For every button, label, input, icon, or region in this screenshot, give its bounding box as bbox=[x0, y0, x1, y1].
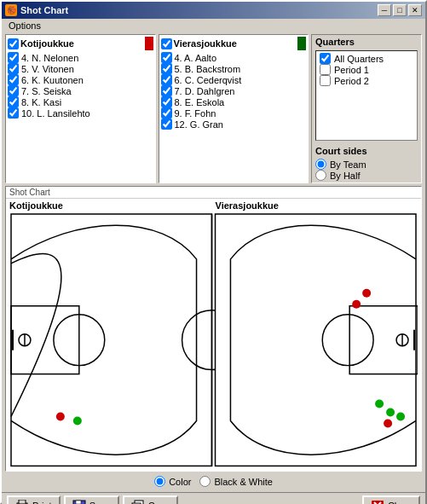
court-labels-row: Kotijoukkue Vierasjoukkue bbox=[6, 199, 421, 211]
quarter-p2-checkbox[interactable] bbox=[320, 75, 331, 86]
home-player-label: 4. N. Nelonen bbox=[21, 53, 78, 63]
home-player-checkbox[interactable] bbox=[8, 107, 19, 119]
away-player-label: 7. D. Dahlgren bbox=[175, 86, 235, 96]
away-player-item: 7. D. Dahlgren bbox=[161, 85, 307, 96]
court-sides: Court sides By Team By Half bbox=[315, 146, 418, 181]
close-label: Close bbox=[388, 501, 412, 504]
court-side-team-label: By Team bbox=[330, 159, 366, 170]
display-options-row: Color Black & White bbox=[5, 474, 422, 489]
quarter-p1-label: Period 1 bbox=[334, 65, 369, 75]
court-side-half-label: By Half bbox=[330, 171, 360, 181]
title-bar: 🏀 Shot Chart ─ □ ✕ bbox=[2, 2, 425, 19]
option-bw: Black & White bbox=[199, 476, 272, 487]
copy-icon bbox=[131, 500, 145, 504]
home-player-item: 8. K. Kasi bbox=[8, 96, 153, 107]
away-player-item: 6. C. Cederqvist bbox=[161, 74, 307, 85]
copy-label: Copy bbox=[148, 501, 170, 504]
home-player-label: 10. L. Lansilehto bbox=[21, 108, 90, 119]
home-player-label: 8. K. Kasi bbox=[21, 97, 61, 107]
quarters-box: All Quarters Period 1 Period 2 bbox=[315, 50, 418, 141]
home-player-item: 5. V. Vitonen bbox=[8, 63, 153, 74]
away-player-label: 5. B. Backstrom bbox=[175, 64, 241, 74]
home-player-checkbox[interactable] bbox=[8, 85, 19, 96]
away-player-item: 12. G. Gran bbox=[161, 119, 307, 130]
home-player-item: 10. L. Lansilehto bbox=[8, 107, 153, 119]
close-title-button[interactable]: ✕ bbox=[408, 4, 422, 16]
svg-rect-0 bbox=[145, 37, 153, 50]
content-area: Kotijoukkue 4. N. Nelonen5. V. Vitonen6.… bbox=[2, 32, 425, 492]
home-team-checkbox[interactable] bbox=[8, 38, 19, 49]
home-team-panel: Kotijoukkue 4. N. Nelonen5. V. Vitonen6.… bbox=[5, 34, 156, 183]
home-player-label: 5. V. Vitonen bbox=[21, 64, 74, 74]
svg-rect-17 bbox=[19, 500, 26, 504]
window-title: Shot Chart bbox=[20, 5, 68, 15]
home-players-list: 4. N. Nelonen5. V. Vitonen6. K. Kuutonen… bbox=[8, 52, 153, 119]
away-player-item: 8. E. Eskola bbox=[161, 96, 307, 107]
home-player-label: 6. K. Kuutonen bbox=[21, 75, 84, 85]
menu-bar: Options bbox=[2, 19, 425, 32]
away-player-item: 4. A. Aalto bbox=[161, 52, 307, 63]
away-team-name: Vierasjoukkue bbox=[174, 38, 237, 49]
away-player-checkbox[interactable] bbox=[161, 119, 172, 130]
quarter-p1-checkbox[interactable] bbox=[320, 64, 331, 75]
away-player-checkbox[interactable] bbox=[161, 96, 172, 107]
home-player-checkbox[interactable] bbox=[8, 63, 19, 74]
away-player-checkbox[interactable] bbox=[161, 63, 172, 74]
away-player-checkbox[interactable] bbox=[161, 52, 172, 63]
away-player-checkbox[interactable] bbox=[161, 74, 172, 85]
main-window: 🏀 Shot Chart ─ □ ✕ Options Kotijoukkue bbox=[0, 0, 427, 504]
home-player-item: 6. K. Kuutonen bbox=[8, 74, 153, 85]
court-side-half-radio[interactable] bbox=[315, 170, 326, 181]
bw-radio[interactable] bbox=[199, 476, 211, 487]
shot-away-2 bbox=[352, 300, 361, 309]
svg-rect-24 bbox=[372, 501, 384, 504]
away-player-item: 9. F. Fohn bbox=[161, 107, 307, 119]
court-side-team-radio[interactable] bbox=[315, 159, 326, 170]
quarter-p2-label: Period 2 bbox=[334, 76, 369, 86]
title-buttons: ─ □ ✕ bbox=[378, 4, 422, 16]
away-court-label: Vierasjoukkue bbox=[216, 200, 418, 211]
quarter-all: All Quarters bbox=[320, 53, 413, 64]
away-team-header: Vierasjoukkue bbox=[161, 37, 307, 50]
home-player-checkbox[interactable] bbox=[8, 96, 19, 107]
shot-away-3 bbox=[375, 400, 384, 408]
shot-home-1 bbox=[56, 413, 65, 421]
save-icon bbox=[72, 500, 86, 504]
shot-away-1 bbox=[362, 289, 371, 298]
away-player-checkbox[interactable] bbox=[161, 85, 172, 96]
away-color-bar bbox=[297, 37, 306, 50]
shot-away-4 bbox=[386, 408, 395, 417]
bw-label: Black & White bbox=[214, 477, 272, 487]
restore-button[interactable]: □ bbox=[393, 4, 407, 16]
save-button[interactable]: Save bbox=[64, 495, 119, 504]
copy-button[interactable]: Copy bbox=[123, 495, 179, 504]
shot-away-6 bbox=[396, 413, 405, 421]
quarters-panel: Quarters All Quarters Period 1 Period 2 bbox=[311, 34, 422, 183]
court-side-team: By Team bbox=[315, 159, 418, 170]
home-team-header: Kotijoukkue bbox=[8, 37, 153, 50]
away-player-label: 8. E. Eskola bbox=[175, 97, 225, 107]
home-court-label: Kotijoukkue bbox=[9, 200, 212, 211]
home-player-label: 7. S. Seiska bbox=[21, 86, 72, 96]
home-color-bar bbox=[145, 37, 153, 50]
menu-options[interactable]: Options bbox=[5, 20, 44, 32]
print-icon bbox=[15, 500, 29, 504]
home-player-checkbox[interactable] bbox=[8, 74, 19, 85]
away-players-list: 4. A. Aalto5. B. Backstrom6. C. Cederqvi… bbox=[161, 52, 307, 130]
app-icon: 🏀 bbox=[5, 4, 17, 16]
minimize-button[interactable]: ─ bbox=[378, 4, 391, 16]
away-team-checkbox[interactable] bbox=[161, 38, 172, 49]
shot-home-2 bbox=[73, 417, 82, 426]
close-button[interactable]: Close bbox=[362, 495, 420, 504]
court-sides-title: Court sides bbox=[315, 146, 418, 156]
color-radio[interactable] bbox=[154, 476, 165, 487]
away-team-panel: Vierasjoukkue 4. A. Aalto5. B. Backstrom… bbox=[159, 34, 309, 183]
away-player-checkbox[interactable] bbox=[161, 107, 172, 119]
shot-chart-label: Shot Chart bbox=[6, 187, 421, 199]
home-player-checkbox[interactable] bbox=[8, 52, 19, 63]
quarters-title: Quarters bbox=[315, 37, 418, 47]
away-player-label: 12. G. Gran bbox=[175, 119, 223, 130]
print-button[interactable]: Print bbox=[7, 495, 61, 504]
svg-rect-1 bbox=[297, 37, 306, 50]
quarter-all-checkbox[interactable] bbox=[320, 53, 331, 64]
